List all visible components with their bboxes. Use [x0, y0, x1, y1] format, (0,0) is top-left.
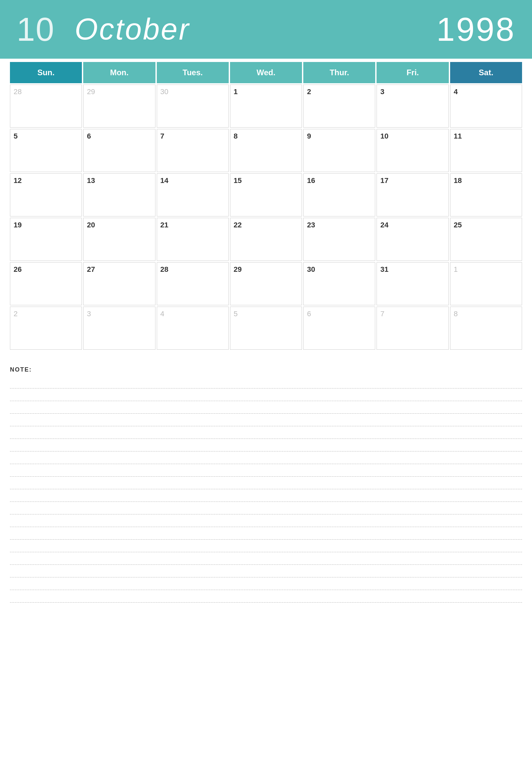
day-number: 3	[87, 310, 91, 318]
calendar-cell: 7	[157, 129, 229, 172]
calendar-cell: 1	[450, 262, 522, 305]
note-line[interactable]	[10, 464, 522, 477]
calendar-cell: 27	[83, 262, 155, 305]
day-number: 4	[160, 310, 164, 318]
day-number: 24	[380, 221, 388, 229]
day-number: 13	[87, 176, 95, 185]
day-header-sat: Sat.	[450, 62, 522, 83]
calendar-cell: 6	[303, 307, 375, 350]
note-line[interactable]	[10, 514, 522, 527]
calendar-cell: 3	[377, 85, 448, 128]
note-line[interactable]	[10, 577, 522, 590]
day-number: 21	[160, 221, 168, 229]
note-line[interactable]	[10, 527, 522, 540]
calendar-cell: 13	[83, 173, 155, 216]
note-line[interactable]	[10, 590, 522, 603]
calendar-cell: 19	[10, 218, 82, 261]
day-number: 8	[454, 310, 458, 318]
calendar-cell: 30	[157, 85, 229, 128]
calendar-cell: 7	[377, 307, 448, 350]
note-line[interactable]	[10, 401, 522, 414]
calendar-cell: 17	[377, 173, 448, 216]
day-number: 1	[454, 265, 458, 273]
calendar-cell: 2	[303, 85, 375, 128]
note-line[interactable]	[10, 489, 522, 502]
day-number: 5	[234, 310, 238, 318]
day-number: 6	[307, 310, 311, 318]
calendar-cell: 15	[230, 173, 302, 216]
day-number: 8	[234, 132, 238, 140]
day-number: 11	[454, 132, 462, 140]
calendar-cell: 29	[83, 85, 155, 128]
calendar-cell: 21	[157, 218, 229, 261]
day-number: 15	[234, 176, 242, 185]
day-number: 16	[307, 176, 315, 185]
day-header-sun: Sun.	[10, 62, 82, 83]
day-header-wed: Wed.	[230, 62, 302, 83]
calendar-header: 10 October 1998	[0, 0, 532, 59]
note-line[interactable]	[10, 414, 522, 426]
day-number: 5	[14, 132, 18, 140]
note-line[interactable]	[10, 451, 522, 464]
year: 1998	[437, 10, 515, 48]
day-number: 28	[160, 265, 168, 273]
day-number: 14	[160, 176, 168, 185]
day-header-mon: Mon.	[83, 62, 155, 83]
day-number: 3	[380, 88, 384, 96]
day-number: 25	[454, 221, 462, 229]
calendar-cell: 5	[10, 129, 82, 172]
calendar-cell: 26	[10, 262, 82, 305]
day-number: 30	[160, 88, 168, 96]
day-number: 30	[307, 265, 315, 273]
calendar-cell: 14	[157, 173, 229, 216]
calendar-cell: 10	[377, 129, 448, 172]
calendar-cell: 22	[230, 218, 302, 261]
calendar-cell: 20	[83, 218, 155, 261]
calendar-cell: 5	[230, 307, 302, 350]
calendar-grid: 2829301234567891011121314151617181920212…	[10, 85, 522, 350]
calendar-cell: 28	[157, 262, 229, 305]
calendar-cell: 18	[450, 173, 522, 216]
calendar-cell: 11	[450, 129, 522, 172]
note-line[interactable]	[10, 565, 522, 577]
note-line[interactable]	[10, 552, 522, 565]
calendar-cell: 4	[450, 85, 522, 128]
calendar-cell: 31	[377, 262, 448, 305]
day-number: 18	[454, 176, 462, 185]
day-number: 7	[160, 132, 164, 140]
day-number: 17	[380, 176, 388, 185]
day-number: 29	[234, 265, 242, 273]
day-number: 22	[234, 221, 242, 229]
note-line[interactable]	[10, 376, 522, 388]
calendar-cell: 1	[230, 85, 302, 128]
note-lines	[10, 376, 522, 603]
notes-label: NOTE:	[10, 366, 522, 373]
day-header-thu: Thur.	[303, 62, 375, 83]
month-number: 10	[17, 10, 55, 48]
calendar-cell: 24	[377, 218, 448, 261]
day-number: 27	[87, 265, 95, 273]
day-number: 12	[14, 176, 22, 185]
note-line[interactable]	[10, 540, 522, 552]
note-line[interactable]	[10, 388, 522, 401]
day-number: 6	[87, 132, 91, 140]
calendar-cell: 8	[230, 129, 302, 172]
day-number: 7	[380, 310, 384, 318]
day-number: 9	[307, 132, 311, 140]
note-line[interactable]	[10, 426, 522, 439]
note-line[interactable]	[10, 477, 522, 489]
day-headers-row: Sun. Mon. Tues. Wed. Thur. Fri. Sat.	[10, 62, 522, 83]
calendar-container: Sun. Mon. Tues. Wed. Thur. Fri. Sat. 282…	[0, 62, 532, 350]
calendar-cell: 25	[450, 218, 522, 261]
calendar-cell: 30	[303, 262, 375, 305]
note-line[interactable]	[10, 439, 522, 451]
day-number: 20	[87, 221, 95, 229]
day-number: 4	[454, 88, 458, 96]
note-line[interactable]	[10, 502, 522, 514]
day-number: 29	[87, 88, 95, 96]
calendar-cell: 3	[83, 307, 155, 350]
calendar-cell: 28	[10, 85, 82, 128]
calendar-cell: 23	[303, 218, 375, 261]
day-number: 31	[380, 265, 388, 273]
calendar-cell: 16	[303, 173, 375, 216]
